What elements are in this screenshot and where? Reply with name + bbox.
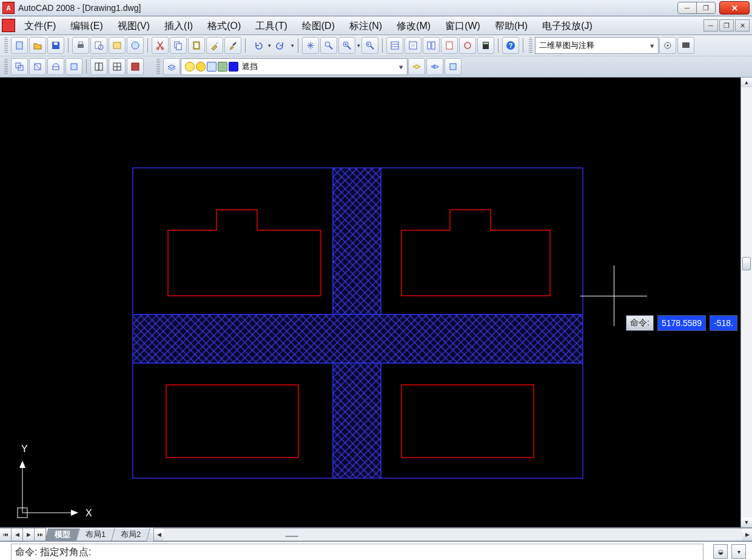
close-button[interactable]: ✕ [719, 1, 750, 15]
command-input[interactable]: 命令: 指定对角点: [11, 544, 703, 560]
toolbar-grip[interactable] [4, 59, 8, 75]
drawing-canvas[interactable]: X Y [0, 78, 752, 527]
layer-state-icon[interactable] [408, 58, 425, 75]
menubar: 文件(F) 编辑(E) 视图(V) 插入(I) 格式(O) 工具(T) 绘图(D… [0, 16, 752, 35]
menu-modify[interactable]: 修改(M) [389, 16, 438, 35]
workspace-combo[interactable]: 二维草图与注释 ▾ [535, 37, 659, 54]
layer-properties-icon[interactable] [163, 58, 180, 75]
scroll-left-icon[interactable]: ◀ [154, 528, 164, 541]
etransmit-icon[interactable] [127, 37, 144, 54]
svg-rect-34 [53, 67, 59, 70]
vertical-scrollbar[interactable]: ▲ ▼ [740, 78, 752, 527]
modify-tool-4-icon[interactable] [65, 58, 82, 75]
pan-icon[interactable] [302, 37, 319, 54]
modify-tool-6-icon[interactable] [109, 58, 126, 75]
plan-feature-br [401, 385, 534, 458]
toolbar-grip[interactable] [4, 38, 8, 53]
plan-room-br [381, 363, 583, 478]
mdi-close-button[interactable]: ✕ [735, 19, 750, 32]
brush-icon[interactable] [224, 37, 241, 54]
plan-corridor-h [133, 315, 583, 363]
drawing-area[interactable]: X Y 命令: 5178.5589 -518. ▲ ▼ [0, 78, 752, 527]
layer-previous-icon[interactable] [426, 58, 443, 75]
tool-palettes-icon[interactable] [423, 37, 440, 54]
layer-walk-icon[interactable] [445, 58, 462, 75]
redo-icon[interactable] [272, 37, 289, 54]
tab-last-icon[interactable]: ⏭ [34, 528, 46, 541]
redo-dropdown-icon[interactable]: ▾ [290, 38, 295, 53]
horizontal-scrollbar[interactable]: ◀ ▶ [153, 528, 752, 541]
new-icon[interactable] [11, 37, 28, 54]
svg-rect-39 [132, 63, 139, 70]
layout-tab-2[interactable]: 布局2 [111, 528, 150, 541]
dynamic-input-value[interactable]: 5178.5589 [657, 315, 706, 331]
mdi-restore-button[interactable]: ❐ [719, 19, 734, 32]
menu-draw[interactable]: 绘图(D) [295, 16, 342, 35]
menu-view[interactable]: 视图(V) [110, 16, 157, 35]
app-icon: A [2, 2, 15, 14]
ucs-axis-icon: X Y [18, 444, 92, 518]
help-icon[interactable]: ? [502, 37, 519, 54]
dynamic-input-extra[interactable]: -518. [710, 315, 737, 331]
menu-dim[interactable]: 标注(N) [342, 16, 389, 35]
open-icon[interactable] [29, 37, 46, 54]
scroll-thumb[interactable] [742, 257, 751, 270]
scroll-down-icon[interactable]: ▼ [741, 518, 752, 527]
layout-tab-model[interactable]: 模型 [45, 528, 80, 541]
zoom-dropdown-icon[interactable]: ▾ [356, 38, 361, 53]
undo-dropdown-icon[interactable]: ▾ [267, 38, 272, 53]
menu-edit[interactable]: 编辑(E) [63, 16, 110, 35]
mdi-minimize-button[interactable]: ─ [703, 19, 718, 32]
minimize-button[interactable]: ─ [678, 2, 696, 13]
undo-icon[interactable] [249, 37, 266, 54]
layout-tab-1[interactable]: 布局1 [76, 528, 115, 541]
toolbar-grip[interactable] [156, 59, 160, 75]
modify-tool-7-icon[interactable] [127, 58, 144, 75]
save-icon[interactable] [47, 37, 64, 54]
menu-format[interactable]: 格式(O) [200, 16, 248, 35]
publish-icon[interactable] [109, 37, 126, 54]
modify-tool-5-icon[interactable] [90, 58, 107, 75]
scroll-up-icon[interactable]: ▲ [741, 78, 752, 87]
design-center-icon[interactable] [405, 37, 421, 54]
svg-rect-18 [391, 42, 398, 49]
tab-first-icon[interactable]: ⏮ [0, 528, 12, 541]
workspace-settings-icon[interactable] [659, 37, 676, 54]
tab-prev-icon[interactable]: ◀ [11, 528, 23, 541]
plan-room-bl [133, 363, 333, 478]
modify-tool-3-icon[interactable] [47, 58, 64, 75]
scroll-thumb[interactable] [285, 536, 298, 537]
command-options-icon[interactable]: ▾ [731, 544, 746, 559]
menu-file[interactable]: 文件(F) [17, 16, 63, 35]
layer-lock-icon [207, 62, 217, 72]
zoom-window-icon[interactable] [338, 37, 355, 54]
calculator-icon[interactable] [477, 37, 494, 54]
zoom-previous-icon[interactable] [361, 37, 378, 54]
cut-icon[interactable] [152, 37, 169, 54]
modify-tool-1-icon[interactable] [11, 58, 28, 75]
menu-tools[interactable]: 工具(T) [248, 16, 294, 35]
menu-window[interactable]: 窗口(W) [438, 16, 488, 35]
mdi-app-icon[interactable] [0, 16, 17, 35]
command-recent-icon[interactable]: ◒ [713, 544, 728, 559]
print-icon[interactable] [72, 37, 89, 54]
properties-icon[interactable] [386, 37, 403, 54]
toolbar-grip[interactable] [529, 38, 532, 53]
svg-rect-12 [176, 44, 181, 50]
markup-icon[interactable] [459, 37, 476, 54]
match-properties-icon[interactable] [206, 37, 223, 54]
maximize-button[interactable]: ❐ [696, 2, 715, 13]
copy-icon[interactable] [170, 37, 187, 54]
modify-tool-2-icon[interactable] [29, 58, 46, 75]
layer-combo[interactable]: 遮挡 ▾ [181, 58, 408, 75]
menu-help[interactable]: 帮助(H) [488, 16, 535, 35]
menu-etrans[interactable]: 电子投放(J) [535, 16, 600, 35]
tab-next-icon[interactable]: ▶ [22, 528, 35, 541]
sheet-set-icon[interactable] [441, 37, 458, 54]
scroll-right-icon[interactable]: ▶ [742, 528, 752, 541]
menu-insert[interactable]: 插入(I) [157, 16, 200, 35]
zoom-realtime-icon[interactable] [320, 37, 337, 54]
print-preview-icon[interactable] [90, 37, 107, 54]
paste-icon[interactable] [188, 37, 205, 54]
workspace-toggle-icon[interactable] [677, 37, 694, 54]
